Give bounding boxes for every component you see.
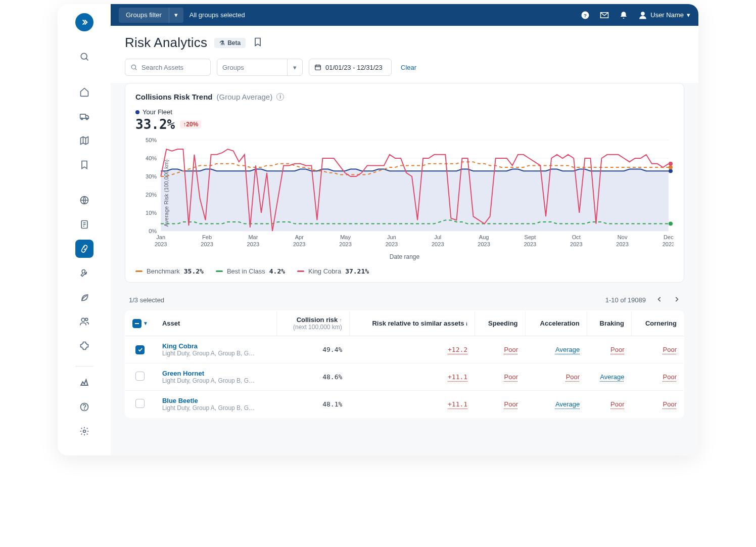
sidebar-settings-icon[interactable]	[75, 422, 93, 440]
accel-value: Average	[525, 336, 587, 363]
asset-link[interactable]: King Cobra	[162, 342, 270, 350]
legend-item[interactable]: Best in Class 4.2%	[216, 267, 285, 275]
topbar: Groups filter ▾ All groups selected ? Us…	[111, 4, 698, 26]
braking-value: Poor	[587, 391, 631, 418]
svg-line-25	[135, 69, 136, 70]
groups-filter-dropdown[interactable]: Groups filter ▾	[119, 8, 183, 23]
svg-point-67	[669, 165, 673, 169]
svg-text:Apr: Apr	[295, 234, 304, 240]
svg-rect-26	[315, 65, 321, 70]
svg-text:2023: 2023	[432, 241, 444, 247]
fleet-label: Your Fleet	[143, 108, 172, 116]
svg-text:0%: 0%	[149, 228, 157, 234]
svg-marker-5	[80, 137, 88, 145]
svg-text:2023: 2023	[478, 241, 490, 247]
speeding-value: Poor	[475, 363, 525, 391]
svg-text:2023: 2023	[386, 241, 398, 247]
col-relative[interactable]: Risk relative to similar assets i	[349, 311, 475, 336]
svg-text:2023: 2023	[339, 241, 352, 247]
asset-link[interactable]: Blue Beetle	[162, 397, 270, 404]
sidebar-globe-icon[interactable]	[75, 191, 93, 209]
sidebar-eco-icon[interactable]	[75, 288, 93, 306]
mail-icon[interactable]	[600, 11, 609, 20]
next-page-icon[interactable]	[673, 296, 680, 304]
legend-item[interactable]: King Cobra 37.21%	[297, 267, 369, 275]
sidebar-bookmark-icon[interactable]	[75, 156, 93, 174]
corner-value: Poor	[631, 363, 684, 391]
col-braking[interactable]: Braking	[587, 311, 631, 336]
row-checkbox[interactable]	[135, 399, 145, 408]
flask-icon: ⚗	[219, 39, 225, 47]
svg-text:50%: 50%	[146, 137, 157, 143]
user-icon	[638, 11, 647, 20]
svg-text:Nov: Nov	[618, 234, 628, 240]
svg-text:Aug: Aug	[479, 234, 489, 240]
svg-text:?: ?	[584, 12, 587, 18]
selection-count: 1/3 selected	[129, 296, 164, 304]
fleet-legend-dot	[135, 110, 139, 114]
braking-value: Poor	[587, 336, 631, 363]
fleet-value: 33.2%	[135, 117, 175, 132]
table-row: Green HornetLight Duty, Group A, Group B…	[125, 363, 684, 391]
svg-point-68	[669, 222, 673, 226]
col-collision[interactable]: Collision risk↑(next 100,000 km)	[277, 311, 349, 336]
sidebar-report-icon[interactable]	[75, 215, 93, 234]
range-label: 1-10 of 19089	[605, 296, 646, 304]
bookmark-icon[interactable]	[253, 37, 263, 49]
col-accel[interactable]: Acceleration	[525, 311, 587, 336]
prev-page-icon[interactable]	[656, 296, 663, 304]
groups-dropdown[interactable]: Groups ▾	[217, 59, 303, 76]
col-speeding[interactable]: Speeding	[475, 311, 525, 336]
speeding-value: Poor	[475, 336, 525, 363]
svg-rect-2	[80, 114, 85, 118]
svg-point-69	[669, 162, 673, 166]
groups-filter-label: Groups filter	[119, 8, 169, 23]
sidebar-fleet-icon[interactable]	[75, 107, 93, 125]
sidebar-expand-button[interactable]	[75, 13, 93, 31]
sidebar-help-icon[interactable]	[75, 398, 93, 416]
user-menu[interactable]: User Name ▾	[638, 11, 690, 20]
chevron-down-icon[interactable]: ▼	[143, 321, 148, 326]
asset-link[interactable]: Green Hornet	[162, 370, 270, 377]
search-assets-input[interactable]: Search Assets	[125, 59, 211, 76]
select-all-checkbox[interactable]	[132, 319, 141, 328]
x-axis-label: Date range	[135, 253, 674, 260]
svg-point-0	[81, 53, 87, 59]
fleet-delta-badge: ↑20%	[180, 120, 201, 128]
svg-text:2023: 2023	[155, 241, 167, 247]
svg-point-16	[81, 318, 85, 322]
info-icon[interactable]: i	[276, 93, 284, 101]
svg-point-66	[669, 169, 673, 173]
date-range-picker[interactable]: 01/01/23 - 12/31/23	[309, 59, 392, 76]
chevron-down-icon: ▾	[687, 11, 690, 19]
sidebar-search-icon[interactable]	[75, 48, 93, 66]
groups-selected-label: All groups selected	[190, 11, 245, 19]
page-header: Risk Analytics ⚗ Beta Search Assets Grou…	[111, 26, 698, 83]
col-asset[interactable]: Asset	[155, 311, 277, 336]
col-corner[interactable]: Cornering	[631, 311, 684, 336]
sidebar-extension-icon[interactable]	[75, 337, 93, 355]
help-icon[interactable]: ?	[581, 11, 590, 20]
collision-value: 49.4%	[277, 336, 349, 363]
bell-icon[interactable]	[619, 11, 628, 20]
chevron-down-icon: ▾	[169, 11, 183, 19]
legend-item[interactable]: Benchmark 35.2%	[135, 267, 204, 275]
sidebar-map-icon[interactable]	[75, 131, 93, 150]
beta-badge: ⚗ Beta	[214, 38, 246, 48]
relative-value: +11.1	[349, 391, 475, 418]
svg-text:Feb: Feb	[202, 234, 212, 240]
svg-point-23	[641, 12, 645, 16]
svg-text:Oct: Oct	[572, 234, 581, 240]
search-icon	[130, 64, 137, 71]
sidebar-risk-icon[interactable]	[75, 240, 93, 258]
sidebar-users-icon[interactable]	[75, 312, 93, 331]
row-checkbox[interactable]	[135, 372, 145, 381]
sidebar-home-icon[interactable]	[75, 83, 93, 101]
sidebar-analytics-icon[interactable]	[75, 374, 93, 392]
svg-rect-13	[81, 245, 87, 253]
username-label: User Name	[650, 11, 684, 19]
clear-button[interactable]: Clear	[401, 64, 416, 71]
svg-text:2023: 2023	[247, 241, 260, 247]
sidebar-maintenance-icon[interactable]	[75, 264, 93, 282]
row-checkbox[interactable]	[135, 345, 145, 354]
